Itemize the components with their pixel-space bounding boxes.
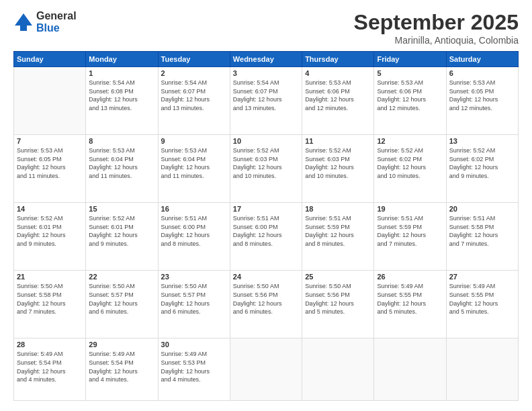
calendar-day-cell: [374, 338, 446, 401]
day-info: Sunrise: 5:53 AMSunset: 6:06 PMDaylight:…: [305, 79, 371, 112]
calendar-table: SundayMondayTuesdayWednesdayThursdayFrid…: [13, 51, 519, 401]
day-number: 5: [377, 69, 443, 77]
calendar-week-row: 1Sunrise: 5:54 AMSunset: 6:08 PMDaylight…: [14, 67, 519, 135]
svg-marker-0: [15, 13, 32, 26]
calendar-day-cell: 6Sunrise: 5:53 AMSunset: 6:05 PMDaylight…: [446, 67, 518, 135]
day-number: 23: [161, 273, 227, 281]
calendar-day-cell: [14, 67, 86, 135]
day-number: 20: [449, 205, 515, 213]
calendar-day-cell: 25Sunrise: 5:50 AMSunset: 5:56 PMDayligh…: [302, 271, 374, 338]
title-block: September 2025 Marinilla, Antioquia, Col…: [354, 10, 519, 46]
col-header-saturday: Saturday: [446, 52, 518, 67]
day-number: 26: [377, 273, 443, 281]
day-info: Sunrise: 5:54 AMSunset: 6:07 PMDaylight:…: [161, 79, 227, 112]
col-header-wednesday: Wednesday: [230, 52, 302, 67]
calendar-day-cell: 16Sunrise: 5:51 AMSunset: 6:00 PMDayligh…: [158, 203, 230, 271]
day-info: Sunrise: 5:51 AMSunset: 5:59 PMDaylight:…: [305, 214, 371, 248]
calendar-week-row: 7Sunrise: 5:53 AMSunset: 6:05 PMDaylight…: [14, 135, 519, 203]
day-number: 7: [17, 137, 83, 145]
location-subtitle: Marinilla, Antioquia, Colombia: [354, 35, 519, 46]
day-info: Sunrise: 5:49 AMSunset: 5:54 PMDaylight:…: [17, 350, 83, 383]
calendar-day-cell: 10Sunrise: 5:52 AMSunset: 6:03 PMDayligh…: [230, 135, 302, 203]
page: General Blue September 2025 Marinilla, A…: [0, 0, 532, 411]
day-info: Sunrise: 5:53 AMSunset: 6:05 PMDaylight:…: [17, 146, 83, 180]
day-info: Sunrise: 5:52 AMSunset: 6:01 PMDaylight:…: [89, 214, 154, 248]
calendar-day-cell: 4Sunrise: 5:53 AMSunset: 6:06 PMDaylight…: [302, 67, 374, 135]
calendar-day-cell: 24Sunrise: 5:50 AMSunset: 5:56 PMDayligh…: [230, 271, 302, 338]
header: General Blue September 2025 Marinilla, A…: [13, 10, 519, 46]
logo-blue-text: Blue: [36, 22, 77, 34]
col-header-monday: Monday: [86, 52, 158, 67]
day-number: 8: [89, 137, 154, 145]
logo-general-text: General: [36, 10, 77, 22]
day-number: 22: [89, 273, 154, 281]
day-info: Sunrise: 5:52 AMSunset: 6:02 PMDaylight:…: [449, 146, 515, 180]
calendar-week-row: 28Sunrise: 5:49 AMSunset: 5:54 PMDayligh…: [14, 338, 519, 401]
calendar-day-cell: 22Sunrise: 5:50 AMSunset: 5:57 PMDayligh…: [86, 271, 158, 338]
day-info: Sunrise: 5:52 AMSunset: 6:02 PMDaylight:…: [377, 146, 443, 180]
calendar-day-cell: 2Sunrise: 5:54 AMSunset: 6:07 PMDaylight…: [158, 67, 230, 135]
calendar-day-cell: 30Sunrise: 5:49 AMSunset: 5:53 PMDayligh…: [158, 338, 230, 401]
calendar-day-cell: 7Sunrise: 5:53 AMSunset: 6:05 PMDaylight…: [14, 135, 86, 203]
calendar-day-cell: 9Sunrise: 5:53 AMSunset: 6:04 PMDaylight…: [158, 135, 230, 203]
day-info: Sunrise: 5:49 AMSunset: 5:55 PMDaylight:…: [377, 282, 443, 316]
day-number: 12: [377, 137, 443, 145]
day-info: Sunrise: 5:50 AMSunset: 5:58 PMDaylight:…: [17, 282, 83, 316]
day-number: 16: [161, 205, 227, 213]
calendar-day-cell: 3Sunrise: 5:54 AMSunset: 6:07 PMDaylight…: [230, 67, 302, 135]
calendar-day-cell: [230, 338, 302, 401]
calendar-day-cell: 21Sunrise: 5:50 AMSunset: 5:58 PMDayligh…: [14, 271, 86, 338]
day-number: 29: [89, 340, 154, 349]
day-info: Sunrise: 5:49 AMSunset: 5:55 PMDaylight:…: [449, 282, 515, 316]
calendar-day-cell: 23Sunrise: 5:50 AMSunset: 5:57 PMDayligh…: [158, 271, 230, 338]
calendar-day-cell: 1Sunrise: 5:54 AMSunset: 6:08 PMDaylight…: [86, 67, 158, 135]
day-number: 28: [17, 340, 83, 349]
svg-rect-1: [20, 26, 27, 31]
day-info: Sunrise: 5:54 AMSunset: 6:08 PMDaylight:…: [89, 79, 154, 112]
day-info: Sunrise: 5:50 AMSunset: 5:56 PMDaylight:…: [305, 282, 371, 316]
day-info: Sunrise: 5:51 AMSunset: 5:58 PMDaylight:…: [449, 214, 515, 248]
calendar-day-cell: [446, 338, 518, 401]
day-info: Sunrise: 5:50 AMSunset: 5:57 PMDaylight:…: [89, 282, 154, 316]
day-info: Sunrise: 5:50 AMSunset: 5:56 PMDaylight:…: [233, 282, 299, 316]
day-info: Sunrise: 5:49 AMSunset: 5:54 PMDaylight:…: [89, 350, 154, 383]
col-header-friday: Friday: [374, 52, 446, 67]
calendar-header-row: SundayMondayTuesdayWednesdayThursdayFrid…: [14, 52, 519, 67]
calendar-week-row: 21Sunrise: 5:50 AMSunset: 5:58 PMDayligh…: [14, 271, 519, 338]
calendar-day-cell: 13Sunrise: 5:52 AMSunset: 6:02 PMDayligh…: [446, 135, 518, 203]
col-header-sunday: Sunday: [14, 52, 86, 67]
day-number: 24: [233, 273, 299, 281]
logo: General Blue: [13, 10, 77, 34]
calendar-day-cell: 11Sunrise: 5:52 AMSunset: 6:03 PMDayligh…: [302, 135, 374, 203]
day-number: 30: [161, 340, 227, 349]
day-info: Sunrise: 5:52 AMSunset: 6:03 PMDaylight:…: [305, 146, 371, 180]
calendar-day-cell: 27Sunrise: 5:49 AMSunset: 5:55 PMDayligh…: [446, 271, 518, 338]
calendar-day-cell: 5Sunrise: 5:53 AMSunset: 6:06 PMDaylight…: [374, 67, 446, 135]
calendar-day-cell: 19Sunrise: 5:51 AMSunset: 5:59 PMDayligh…: [374, 203, 446, 271]
day-info: Sunrise: 5:53 AMSunset: 6:04 PMDaylight:…: [161, 146, 227, 180]
day-number: 15: [89, 205, 154, 213]
day-number: 6: [449, 69, 515, 77]
calendar-day-cell: 12Sunrise: 5:52 AMSunset: 6:02 PMDayligh…: [374, 135, 446, 203]
day-number: 3: [233, 69, 299, 77]
day-number: 1: [89, 69, 154, 77]
day-info: Sunrise: 5:51 AMSunset: 6:00 PMDaylight:…: [233, 214, 299, 248]
month-title: September 2025: [354, 10, 519, 35]
day-number: 9: [161, 137, 227, 145]
day-number: 25: [305, 273, 371, 281]
calendar-day-cell: 26Sunrise: 5:49 AMSunset: 5:55 PMDayligh…: [374, 271, 446, 338]
calendar-day-cell: 28Sunrise: 5:49 AMSunset: 5:54 PMDayligh…: [14, 338, 86, 401]
col-header-tuesday: Tuesday: [158, 52, 230, 67]
calendar-day-cell: 29Sunrise: 5:49 AMSunset: 5:54 PMDayligh…: [86, 338, 158, 401]
logo-icon: [13, 12, 34, 32]
day-number: 27: [449, 273, 515, 281]
day-info: Sunrise: 5:53 AMSunset: 6:05 PMDaylight:…: [449, 79, 515, 112]
day-info: Sunrise: 5:54 AMSunset: 6:07 PMDaylight:…: [233, 79, 299, 112]
day-info: Sunrise: 5:53 AMSunset: 6:06 PMDaylight:…: [377, 79, 443, 112]
day-info: Sunrise: 5:51 AMSunset: 6:00 PMDaylight:…: [161, 214, 227, 248]
calendar-day-cell: [302, 338, 374, 401]
day-number: 21: [17, 273, 83, 281]
day-number: 14: [17, 205, 83, 213]
day-info: Sunrise: 5:51 AMSunset: 5:59 PMDaylight:…: [377, 214, 443, 248]
day-info: Sunrise: 5:50 AMSunset: 5:57 PMDaylight:…: [161, 282, 227, 316]
